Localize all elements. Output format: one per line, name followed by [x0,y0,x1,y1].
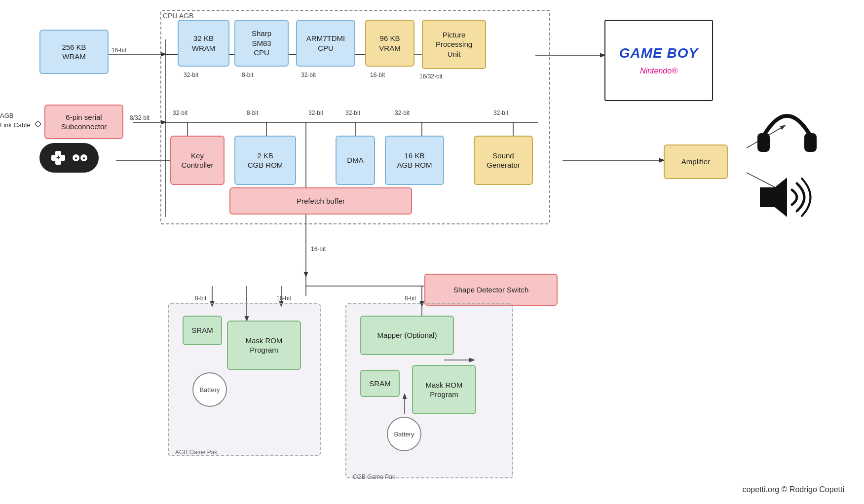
bit-8-cgb: 8-bit [405,295,416,302]
agb-rom-label: 16 KBAGB ROM [397,151,432,170]
headphones-icon [755,104,819,160]
bit-8-sm83: 8-bit [242,72,253,78]
bit-32-row2-right: 32-bit [395,109,410,116]
bit-32-row2-mid1: 32-bit [308,109,323,116]
bit-16-32-ppu: 16/32-bit [419,73,443,80]
bit-32-wram32: 32-bit [184,72,198,78]
mapper-box: Mapper (Optional) [360,316,454,355]
sram-cgb-box: SRAM [360,370,400,397]
dma-label: DMA [347,155,363,165]
gameboy-logo: GAME BOY [619,44,698,62]
key-controller-label: KeyController [181,151,213,170]
sound-generator-label: SoundGenerator [487,151,520,170]
vram-96-label: 96 KBVRAM [379,34,400,53]
svg-marker-48 [760,178,787,217]
agb-link-label: AGBLink Cable ◇ [0,111,30,130]
nintendo-label: Nintendo® [640,66,677,76]
ppu-label: PictureProcessingUnit [436,30,472,59]
mapper-label: Mapper (Optional) [377,330,437,340]
cgb-game-pak-label: CGB Game Pak [353,473,395,480]
wram-32-label: 32 KBWRAM [192,34,216,53]
battery-cgb-circle: Battery [387,417,421,451]
mask-rom-cgb-box: Mask ROMProgram [412,365,476,414]
cpu-agb-label: CPU AGB [163,12,193,20]
svg-text:●: ● [82,155,85,161]
vram-96-box: 96 KBVRAM [365,20,414,67]
wram-256-box: 256 KBWRAM [39,30,109,74]
prefetch-buffer-box: Prefetch buffer [229,187,412,215]
prefetch-buffer-label: Prefetch buffer [297,196,345,206]
svg-rect-46 [757,133,770,152]
amplifier-box: Amplifier [664,144,728,179]
gameboy-screen-box: GAME BOY Nintendo® [604,20,713,101]
bit-32-row2-left: 32-bit [173,109,188,116]
key-controller-box: KeyController [170,136,225,185]
bit-16-agb: 16-bit [276,295,291,302]
mask-rom-cgb-label: Mask ROMProgram [426,380,463,399]
bit-16-wram: 16-bit [112,47,126,54]
wram-256-label: 256 KBWRAM [62,42,86,62]
sm83-label: SharpSM83CPU [252,29,271,58]
shape-detector-label: Shape Detector Switch [453,285,529,295]
arm7tdmi-label: ARM7TDMICPU [306,34,345,53]
arm7tdmi-box: ARM7TDMICPU [296,20,355,67]
ppu-box: PictureProcessingUnit [422,20,486,69]
wram-32-box: 32 KBWRAM [178,20,229,67]
dma-box: DMA [336,136,375,185]
sram-cgb-label: SRAM [369,379,390,389]
bit-32-row2-sg: 32-bit [493,109,508,116]
bit-16-vram: 16-bit [370,72,385,78]
bit-8-32-serial: 8/32-bit [130,114,150,121]
bit-16-prefetch: 16-bit [311,246,326,252]
shape-detector-box: Shape Detector Switch [424,274,558,306]
mask-rom-agb-box: Mask ROMProgram [227,321,301,370]
agb-rom-box: 16 KBAGB ROM [385,136,444,185]
sram-agb-box: SRAM [183,316,222,345]
copyright-label: copetti.org © Rodrigo Copetti [742,485,844,494]
bit-8-row2: 8-bit [247,109,258,116]
sm83-box: SharpSM83CPU [234,20,289,67]
sram-agb-label: SRAM [191,325,213,335]
svg-text:+: + [56,153,60,161]
battery-agb-circle: Battery [192,372,227,407]
controller-icon: + ● ● [39,143,99,173]
battery-cgb-label: Battery [394,431,414,438]
sound-generator-box: SoundGenerator [474,136,533,185]
serial-6pin-label: 6-pin serialSubconnector [61,112,107,132]
amplifier-label: Amplifier [681,157,710,167]
battery-agb-label: Battery [199,386,220,394]
bit-32-arm7: 32-bit [301,72,316,78]
speaker-icon [755,173,819,224]
bit-32-row2-mid2: 32-bit [345,109,360,116]
svg-text:●: ● [75,155,77,161]
bit-8-agb-left: 8-bit [195,295,206,302]
svg-rect-47 [804,133,817,152]
agb-game-pak-label: AGB Game Pak [175,449,217,456]
serial-6pin-box: 6-pin serialSubconnector [44,105,123,139]
cgb-rom-box: 2 KBCGB ROM [234,136,296,185]
mask-rom-agb-label: Mask ROMProgram [246,336,283,355]
cgb-rom-label: 2 KBCGB ROM [248,151,283,170]
